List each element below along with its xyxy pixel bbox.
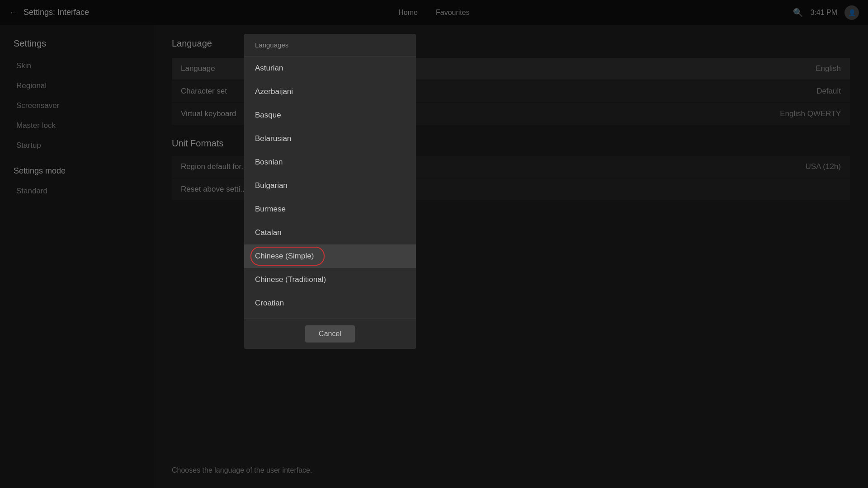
dropdown-item[interactable]: Czech [244, 315, 416, 319]
dropdown-item[interactable]: Bosnian [244, 150, 416, 174]
dropdown-item[interactable]: Catalan [244, 221, 416, 244]
dropdown-footer: Cancel [244, 319, 416, 349]
cancel-button[interactable]: Cancel [305, 325, 355, 343]
dropdown-item[interactable]: Croatian [244, 291, 416, 315]
dropdown-item[interactable]: Burmese [244, 197, 416, 221]
dropdown-list: AsturianAzerbaijaniBasqueBelarusianBosni… [244, 56, 416, 319]
dropdown-item[interactable]: Basque [244, 103, 416, 127]
dropdown-item[interactable]: Asturian [244, 56, 416, 80]
dropdown-header: Languages [244, 34, 416, 56]
dropdown-item[interactable]: Bulgarian [244, 174, 416, 197]
dropdown-item[interactable]: Azerbaijani [244, 80, 416, 103]
overlay[interactable] [0, 0, 868, 488]
dropdown-item[interactable]: Chinese (Simple) [244, 244, 416, 268]
language-dropdown: Languages AsturianAzerbaijaniBasqueBelar… [244, 34, 416, 349]
dropdown-item[interactable]: Belarusian [244, 127, 416, 150]
dropdown-item[interactable]: Chinese (Traditional) [244, 268, 416, 291]
